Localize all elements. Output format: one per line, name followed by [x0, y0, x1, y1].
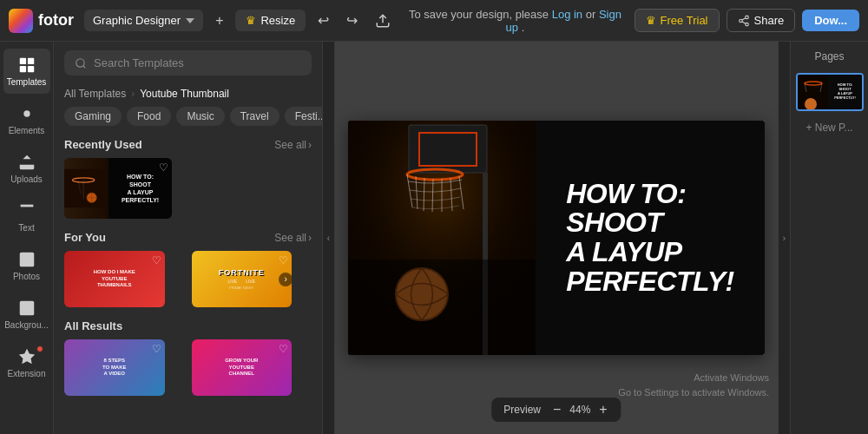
svg-rect-9	[27, 66, 33, 72]
recently-used-header: Recently Used See all ›	[64, 138, 312, 151]
new-page-button[interactable]: + New P...	[796, 118, 863, 137]
trial-crown-icon: ♛	[646, 14, 656, 27]
collapse-right-arrow-icon: ›	[783, 233, 786, 243]
list-item[interactable]: FORTNITE LIVE LIVE FRIDAY NIGHT › ♡	[192, 251, 293, 307]
list-item[interactable]: HOW TO:SHOOTA LAYUPPERFECTLY! ♡	[64, 158, 172, 219]
svg-rect-8	[19, 66, 25, 72]
breadcrumb-root[interactable]: All Templates	[64, 88, 126, 100]
basketball-scene-svg	[348, 121, 536, 355]
heart-icon: ♡	[159, 161, 168, 174]
save-message: To save your design, please Log in or Si…	[403, 8, 627, 34]
chevron-down-icon	[186, 16, 194, 25]
main-area: Templates Elements Uploads Text Photos B…	[0, 42, 868, 434]
preview-button[interactable]: Preview	[503, 404, 541, 416]
filter-tab-food[interactable]: Food	[127, 107, 171, 126]
sidebar-item-elements-label: Elements	[9, 126, 45, 135]
zoom-level: 44%	[569, 404, 590, 416]
pages-title: Pages	[796, 50, 863, 62]
mode-selector[interactable]: Graphic Designer	[84, 10, 203, 31]
pt-photo	[798, 75, 828, 109]
redo-button[interactable]: ↪	[341, 7, 363, 34]
mode-label: Graphic Designer	[93, 14, 181, 27]
heart-icon: ♡	[152, 254, 161, 266]
topbar: fotor Graphic Designer + ♛ Resize ↩ ↪ To…	[0, 0, 868, 42]
fotor-logo-text: fotor	[38, 11, 74, 30]
resize-button[interactable]: ♛ Resize	[235, 10, 306, 31]
extension-badge	[36, 345, 43, 352]
sidebar-item-photos[interactable]: Photos	[3, 243, 50, 288]
canvas-text-side: HOW TO: SHOOT A LAYUP PERFECTLY!	[536, 121, 765, 355]
sidebar-item-extension[interactable]: Extension	[3, 340, 50, 385]
for-you-see-all[interactable]: See all ›	[274, 232, 312, 244]
templates-icon	[17, 56, 36, 75]
canvas-main-text: HOW TO: SHOOT A LAYUP PERFECTLY!	[566, 180, 734, 296]
svg-line-4	[742, 21, 746, 23]
heart-icon: ♡	[152, 343, 161, 355]
add-button[interactable]: +	[210, 8, 228, 34]
svg-point-15	[23, 255, 25, 258]
sidebar-item-elements[interactable]: Elements	[3, 97, 50, 142]
design-canvas[interactable]: HOW TO: SHOOT A LAYUP PERFECTLY!	[348, 121, 765, 355]
sidebar-item-uploads-label: Uploads	[10, 174, 43, 184]
recently-used-see-all[interactable]: See all ›	[274, 139, 312, 151]
elements-icon	[17, 104, 36, 123]
share-icon	[738, 15, 750, 27]
pages-panel: Pages HOW TO:SHOOTA LAYUPPERFECTLY!	[790, 42, 868, 434]
search-icon	[75, 57, 87, 69]
sidebar-item-templates[interactable]: Templates	[3, 49, 50, 94]
breadcrumb-separator: ›	[131, 88, 135, 100]
heart-icon: ♡	[279, 254, 288, 266]
sidebar-item-text[interactable]: Text	[3, 194, 50, 240]
recently-used-title: Recently Used	[64, 138, 142, 151]
right-panel-collapse[interactable]: ›	[778, 42, 790, 434]
upload-button[interactable]	[370, 8, 396, 34]
text-icon	[17, 201, 36, 220]
zoom-controls: − 44% +	[551, 402, 609, 418]
login-link[interactable]: Log in	[552, 8, 582, 21]
filter-tab-festi[interactable]: Festi...	[285, 107, 322, 126]
left-sidebar: Templates Elements Uploads Text Photos B…	[0, 42, 54, 434]
breadcrumb: All Templates › Youtube Thumbnail	[54, 84, 322, 107]
canvas-photo-side	[348, 121, 536, 355]
free-trial-button[interactable]: ♛ Free Trial	[635, 9, 720, 32]
search-input[interactable]	[94, 56, 301, 69]
sidebar-item-backgrounds[interactable]: Backgrou...	[3, 292, 50, 337]
panel-content: Recently Used See all ›	[54, 135, 322, 434]
fotor-logo-icon	[9, 9, 33, 33]
share-button[interactable]: Share	[727, 9, 796, 32]
list-item[interactable]: HOW DO I MAKEYOUTUBETHUMBNAILS ♡	[64, 251, 165, 307]
list-item[interactable]: 8 STEPSTO MAKEA VIDEO ♡	[64, 339, 165, 396]
fotor-logo[interactable]: fotor	[9, 9, 74, 33]
filter-tab-gaming[interactable]: Gaming	[64, 107, 122, 126]
zoom-out-button[interactable]: −	[551, 402, 562, 418]
filter-tab-music[interactable]: Music	[176, 107, 224, 126]
search-bar-container	[54, 42, 322, 84]
svg-rect-41	[348, 260, 536, 355]
undo-button[interactable]: ↩	[312, 7, 334, 34]
uploads-icon	[17, 153, 36, 172]
svg-point-3	[745, 23, 748, 26]
sidebar-item-backgrounds-label: Backgrou...	[4, 320, 49, 330]
filter-tab-travel[interactable]: Travel	[230, 107, 279, 126]
page-thumb-1[interactable]: HOW TO:SHOOTA LAYUPPERFECTLY!	[796, 73, 863, 111]
svg-point-1	[745, 16, 748, 19]
sidebar-item-uploads[interactable]: Uploads	[3, 146, 50, 191]
all-results-header: All Results	[64, 319, 312, 332]
templates-panel: All Templates › Youtube Thumbnail Gaming…	[54, 42, 323, 434]
list-item[interactable]: GROW YOURYOUTUBECHANNEL ♡	[192, 339, 293, 396]
recently-used-grid: HOW TO:SHOOTA LAYUPPERFECTLY! ♡	[64, 158, 312, 219]
svg-line-18	[83, 65, 86, 68]
photos-icon	[17, 250, 36, 269]
sidebar-item-photos-label: Photos	[13, 272, 40, 281]
collapse-arrow-icon: ‹	[327, 233, 330, 243]
panel-collapse-handle[interactable]: ‹	[323, 42, 335, 434]
page-thumbnail: HOW TO:SHOOTA LAYUPPERFECTLY!	[796, 73, 864, 111]
heart-icon: ♡	[279, 343, 288, 355]
zoom-in-button[interactable]: +	[597, 402, 608, 418]
canvas-bottom-bar: Preview − 44% +	[491, 398, 621, 422]
sidebar-item-templates-label: Templates	[7, 77, 47, 87]
breadcrumb-current: Youtube Thumbnail	[140, 88, 229, 100]
crown-icon: ♛	[246, 14, 256, 27]
download-button[interactable]: Dow...	[802, 10, 859, 31]
search-input-wrap[interactable]	[64, 50, 312, 76]
